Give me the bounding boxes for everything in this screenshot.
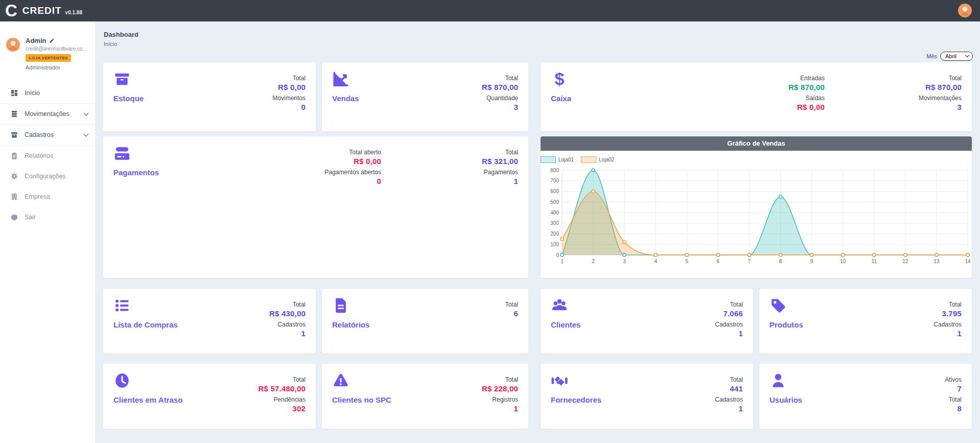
stat-label: Cadastros (661, 395, 743, 404)
stat-label: Total (436, 300, 518, 309)
stat-value: 1 (436, 404, 518, 414)
svg-text:3: 3 (623, 259, 626, 264)
stat-value: 0 (299, 176, 381, 186)
stat-value: 7.066 (661, 309, 743, 319)
tag-icon (769, 297, 787, 314)
stat-value: 441 (661, 384, 743, 394)
card-title[interactable]: Caixa (551, 94, 571, 103)
sidebar-item-sair[interactable]: Sair (0, 207, 95, 227)
box-icon (113, 71, 131, 88)
card-relatorios[interactable]: RelatóriosTotal6 (322, 289, 528, 354)
stat-value: 1 (880, 329, 962, 339)
svg-text:0: 0 (556, 252, 559, 258)
card-title[interactable]: Produtos (769, 320, 803, 329)
sidebar: Admin credit@anronsoftware.co... LOJA VE… (0, 21, 95, 443)
svg-text:200: 200 (550, 231, 559, 237)
svg-text:14: 14 (965, 259, 971, 264)
sidebar-item-configuracoes[interactable]: Configurações (0, 166, 95, 186)
user-email: credit@anronsoftware.co... (26, 46, 89, 52)
card-title[interactable]: Usuários (769, 395, 802, 404)
card-stats: Total3.795Cadastros1 (880, 297, 962, 339)
card-estoque[interactable]: EstoqueTotalR$ 0,00Movimentos0 (103, 62, 316, 131)
stat-label: Movimentações (880, 94, 962, 102)
card-stats: TotalR$ 0,00Movimentos0 (224, 71, 306, 112)
stat-label: Movimentos (224, 94, 306, 102)
card-clientes-em-atraso[interactable]: Clientes em AtrasoTotalR$ 57.480,00Pendê… (103, 364, 316, 429)
svg-text:5: 5 (686, 259, 689, 264)
stat-value: 3 (880, 102, 962, 112)
sidebar-item-label: Empresa (25, 193, 50, 200)
top-bar: C CREDIT v0.1.88 (0, 0, 980, 21)
sidebar-item-relatorios[interactable]: Relatórios (0, 146, 95, 166)
users-icon (551, 297, 568, 314)
edit-pencil-icon[interactable] (49, 38, 55, 43)
svg-text:12: 12 (902, 259, 908, 264)
card-fornecedores[interactable]: FornecedoresTotal441Cadastros1 (541, 364, 753, 429)
stat-value: R$ 870,00 (880, 82, 962, 92)
stat-label: Total (661, 300, 743, 309)
stat-value: R$ 870,00 (743, 82, 825, 92)
card-stats: TotalR$ 57.480,00Pendências302 (224, 372, 306, 414)
svg-text:6: 6 (717, 259, 720, 264)
month-select[interactable]: Abril (940, 52, 973, 61)
stat-value: R$ 0,00 (743, 102, 825, 112)
card-clientes[interactable]: ClientesTotal7.066Cadastros1 (541, 289, 753, 354)
stat-label: Quantidade (436, 94, 518, 102)
card-vendas[interactable]: VendasTotalR$ 870,00Quantidade3 (322, 62, 528, 131)
card-usuarios[interactable]: UsuáriosAtivos7Total8 (759, 364, 972, 429)
page-title: Dashboard (104, 31, 138, 38)
card-title[interactable]: Clientes em Atraso (113, 395, 182, 404)
sidebar-item-movimentacoes[interactable]: Movimentações (0, 104, 95, 124)
stat-label: Total (880, 74, 962, 82)
card-title[interactable]: Lista de Compras (113, 320, 178, 329)
handshake-icon (551, 372, 568, 389)
stat-value: 1 (661, 404, 743, 414)
sidebar-item-cadastros[interactable]: Cadastros (0, 125, 95, 145)
stat-value: 7 (880, 384, 962, 394)
card-title[interactable]: Clientes (551, 320, 580, 329)
user-avatar-icon[interactable] (958, 4, 972, 17)
svg-text:13: 13 (934, 259, 940, 264)
card-stats: TotalR$ 870,00Quantidade3 (436, 71, 518, 112)
stat-value: 1 (661, 329, 743, 339)
card-caixa[interactable]: $CaixaEntradasR$ 870,00SaídasR$ 0,00Tota… (541, 62, 972, 131)
sidebar-item-empresa[interactable]: Empresa (0, 186, 95, 207)
svg-text:700: 700 (550, 178, 559, 183)
card-clientes-no-spc[interactable]: Clientes no SPCTotalR$ 228,00Registros1 (322, 364, 528, 429)
stat-value: 3.795 (880, 309, 962, 319)
card-title[interactable]: Relatórios (332, 320, 369, 329)
legend-item-Loja01[interactable]: Loja01 (541, 156, 574, 163)
legend-swatch (581, 156, 596, 163)
card-produtos[interactable]: ProdutosTotal3.795Cadastros1 (759, 289, 972, 354)
chart-legend: Loja01Loja02 (541, 156, 614, 163)
stat-value: R$ 430,00 (224, 309, 306, 319)
user-avatar-icon[interactable] (6, 38, 20, 52)
chart-line-icon (332, 71, 349, 88)
svg-text:9: 9 (810, 259, 813, 264)
svg-text:500: 500 (550, 199, 559, 205)
stat-label: Registros (436, 395, 518, 404)
breadcrumb-subtitle: Início (104, 41, 138, 47)
stat-value: R$ 0,00 (224, 82, 306, 92)
legend-item-Loja02[interactable]: Loja02 (581, 156, 614, 163)
app-logo[interactable]: C (5, 0, 17, 21)
stat-label: Total (224, 376, 306, 384)
card-title[interactable]: Vendas (332, 94, 359, 103)
card-lista-de-compras[interactable]: Lista de ComprasTotalR$ 430,00Cadastros1 (103, 289, 316, 354)
card-stats: TotalR$ 430,00Cadastros1 (224, 297, 306, 339)
file-icon (332, 297, 349, 314)
stat-label: Total (436, 376, 518, 384)
stat-label: Total (880, 395, 962, 404)
person-icon (958, 4, 972, 17)
stat-label: Saídas (743, 94, 825, 102)
card-title[interactable]: Pagamentos (113, 168, 159, 177)
stat-label: Pagamentos abertos (299, 168, 381, 176)
sidebar-item-label: Relatórios (25, 152, 53, 159)
card-title[interactable]: Clientes no SPC (332, 395, 391, 404)
sidebar-item-inicio[interactable]: Início (0, 83, 95, 103)
card-title[interactable]: Estoque (113, 94, 144, 103)
card-title[interactable]: Fornecedores (551, 395, 601, 404)
card-pagamentos[interactable]: PagamentosTotal abertoR$ 0,00Pagamentos … (103, 136, 528, 278)
sidebar-item-label: Início (25, 89, 40, 97)
stat-value: 8 (880, 404, 962, 414)
